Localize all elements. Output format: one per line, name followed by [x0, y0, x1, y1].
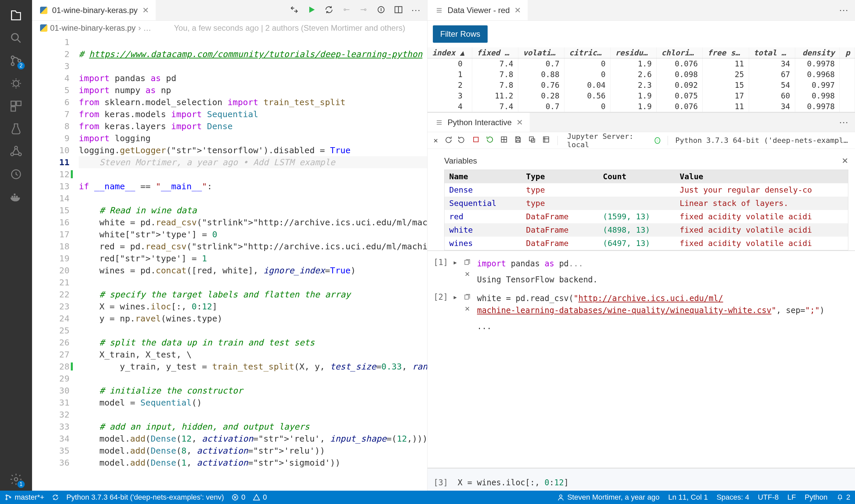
- variable-row[interactable]: SequentialtypeLinear stack of layers.: [444, 197, 848, 210]
- cell[interactable]: [2] ▸✕white = pd.read_csv("http://archiv…: [434, 292, 852, 332]
- table-row[interactable]: 17.80.8802.60.09825670.9968: [428, 69, 855, 80]
- eol-status[interactable]: LF: [787, 493, 796, 502]
- split-icon[interactable]: [394, 5, 403, 16]
- breadcrumb-file: 01-wine-binary-keras.py: [50, 23, 136, 33]
- run-icon[interactable]: [307, 5, 316, 16]
- variable-row[interactable]: DensetypeJust your regular densely-co: [444, 183, 848, 197]
- close-icon[interactable]: ✕: [514, 6, 521, 15]
- encoding-status[interactable]: UTF-8: [758, 493, 779, 502]
- stop-icon[interactable]: [472, 136, 480, 145]
- notifications[interactable]: 2: [836, 493, 850, 502]
- close-icon[interactable]: ✕: [434, 136, 438, 145]
- python-env[interactable]: Python 3.7.3 64-bit ('deep-nets-examples…: [67, 493, 224, 502]
- step-fwd-icon[interactable]: [359, 5, 368, 16]
- search-icon[interactable]: [8, 30, 24, 46]
- scm-icon[interactable]: 2: [8, 53, 24, 69]
- column-header[interactable]: total s…: [749, 48, 795, 58]
- variable-row[interactable]: redDataFrame(1599, 13)fixed acidity vola…: [444, 210, 848, 223]
- column-header[interactable]: p: [840, 48, 855, 58]
- editor-tab[interactable]: 01-wine-binary-keras.py ✕: [32, 0, 156, 20]
- save-icon[interactable]: [514, 136, 522, 145]
- settings-icon[interactable]: 1: [8, 471, 24, 487]
- column-header[interactable]: free su…: [703, 48, 749, 58]
- kernel-label[interactable]: Python 3.7.3 64-bit ('deep-nets-examples…: [675, 136, 849, 145]
- svg-rect-5: [11, 101, 15, 106]
- close-icon[interactable]: ✕: [516, 118, 523, 127]
- close-icon[interactable]: ✕: [142, 6, 149, 15]
- svg-rect-6: [17, 101, 21, 106]
- variables-table[interactable]: NameTypeCountValueDensetypeJust your reg…: [444, 169, 848, 250]
- cursor-pos[interactable]: Ln 11, Col 1: [668, 493, 708, 502]
- variables-panel: Variables ✕ NameTypeCountValueDensetypeJ…: [428, 149, 855, 250]
- explorer-icon[interactable]: [8, 7, 24, 23]
- data-viewer-tab[interactable]: Data Viewer - red ✕: [428, 0, 528, 20]
- docker-icon[interactable]: [8, 189, 24, 205]
- jupyter-server-label[interactable]: Jupyter Server: local: [567, 132, 646, 149]
- blame-status[interactable]: Steven Mortimer, a year ago: [557, 493, 659, 502]
- output-cells[interactable]: [1] ▸✕import pandas as pd...Using Tensor…: [428, 250, 855, 468]
- table-row[interactable]: 47.40.701.90.07611340.9978: [428, 101, 855, 112]
- step-back-icon[interactable]: [342, 5, 351, 16]
- sync-icon[interactable]: [324, 5, 334, 16]
- export-icon[interactable]: [528, 136, 536, 145]
- svg-rect-14: [16, 196, 18, 198]
- svg-point-8: [15, 146, 17, 149]
- svg-rect-26: [465, 260, 469, 265]
- column-header[interactable]: index ▲: [428, 48, 472, 58]
- test-icon[interactable]: [8, 121, 24, 137]
- breadcrumb[interactable]: 01-wine-binary-keras.py › … You, a few s…: [32, 21, 427, 35]
- undo-icon[interactable]: [458, 136, 466, 145]
- editor-tabs: 01-wine-binary-keras.py ✕ ⋯: [32, 0, 427, 21]
- more-icon[interactable]: ⋯: [839, 5, 848, 16]
- code-editor[interactable]: 1234567891011121314151617181920212223242…: [32, 35, 427, 491]
- column-header[interactable]: residua…: [611, 48, 657, 58]
- editor-actions: ⋯: [290, 0, 427, 20]
- lang-status[interactable]: Python: [805, 493, 827, 502]
- compare-icon[interactable]: [290, 5, 299, 16]
- expand-icon[interactable]: [542, 136, 550, 145]
- branch-status[interactable]: master*+: [5, 493, 45, 502]
- problems-status[interactable]: 0 0: [231, 493, 267, 502]
- redo-icon[interactable]: [444, 136, 452, 145]
- variables-title: Variables: [444, 156, 477, 165]
- input-cell[interactable]: [3] X = wines.iloc[:, 0:12]: [428, 468, 855, 491]
- data-viewer: Data Viewer - red ✕ ⋯ Filter Rows index …: [428, 0, 855, 113]
- extensions-icon[interactable]: [8, 98, 24, 114]
- svg-point-0: [12, 34, 18, 40]
- breakpoint-icon[interactable]: [377, 5, 386, 16]
- filter-rows-button[interactable]: Filter Rows: [433, 25, 488, 43]
- data-table[interactable]: index ▲fixed a…volatil…citric …residua…c…: [428, 48, 855, 112]
- indent-status[interactable]: Spaces: 4: [716, 493, 749, 502]
- pi-tab-label: Python Interactive: [448, 118, 512, 127]
- table-row[interactable]: 07.40.701.90.07611340.9978: [428, 58, 855, 69]
- more-icon[interactable]: ⋯: [411, 5, 420, 16]
- svg-point-29: [6, 499, 7, 500]
- editor-tab-label: 01-wine-binary-keras.py: [52, 6, 138, 15]
- variable-row[interactable]: whiteDataFrame(4898, 13)fixed acidity vo…: [444, 223, 848, 237]
- variable-row[interactable]: winesDataFrame(6497, 13)fixed acidity vo…: [444, 237, 848, 250]
- blame-hint: You, a few seconds ago | 2 authors (Stev…: [174, 23, 405, 33]
- svg-rect-25: [543, 137, 549, 142]
- cell[interactable]: [1] ▸✕import pandas as pd...Using Tensor…: [434, 258, 852, 286]
- column-header[interactable]: fixed a…: [472, 48, 518, 58]
- pi-tab[interactable]: Python Interactive ✕: [428, 113, 530, 132]
- grid-icon[interactable]: [500, 136, 508, 145]
- table-row[interactable]: 27.80.760.042.30.09215540.997: [428, 80, 855, 90]
- sync-status[interactable]: [52, 494, 59, 501]
- column-header[interactable]: density: [795, 48, 840, 58]
- server-status-icon: [655, 137, 661, 144]
- graph-icon[interactable]: [8, 144, 24, 160]
- svg-point-4: [13, 81, 19, 87]
- table-row[interactable]: 311.20.280.561.90.07517600.998: [428, 90, 855, 101]
- pi-toolbar: ✕ Jupyter Server: local Python 3.7.3 64-…: [428, 132, 855, 149]
- restart-icon[interactable]: [486, 136, 494, 145]
- column-header[interactable]: chlorid…: [657, 48, 703, 58]
- svg-point-32: [560, 495, 562, 497]
- debug-icon[interactable]: [8, 75, 24, 91]
- column-header[interactable]: volatil…: [518, 48, 564, 58]
- history-icon[interactable]: [8, 166, 24, 182]
- column-header[interactable]: citric …: [564, 48, 611, 58]
- more-icon[interactable]: ⋯: [839, 117, 848, 128]
- svg-rect-12: [12, 196, 13, 198]
- close-icon[interactable]: ✕: [842, 156, 848, 165]
